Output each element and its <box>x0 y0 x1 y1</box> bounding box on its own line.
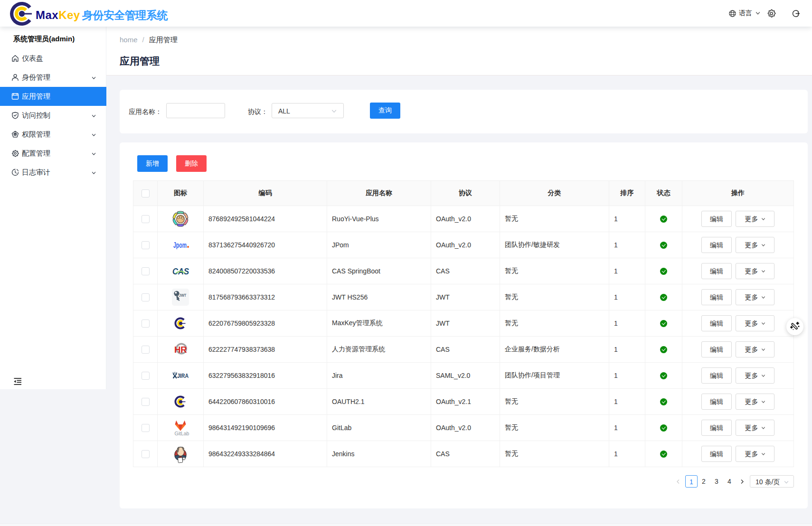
svg-text:JWT: JWT <box>179 292 187 298</box>
svg-text:JIRA: JIRA <box>177 373 189 379</box>
svg-text:GitLab: GitLab <box>175 431 189 436</box>
svg-text:Jpom: Jpom <box>173 241 187 249</box>
svg-text:HR: HR <box>174 345 187 355</box>
